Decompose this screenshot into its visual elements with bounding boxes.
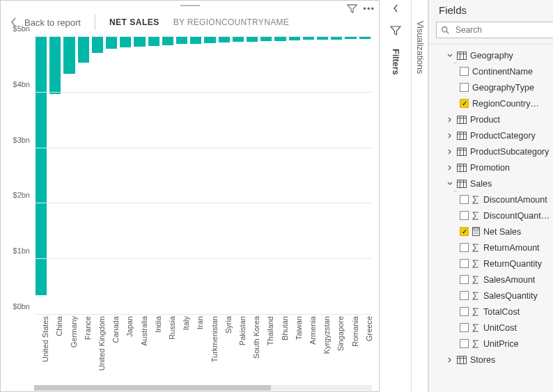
bar[interactable] [148, 37, 159, 46]
table-label: Sales [470, 179, 492, 189]
bar[interactable] [233, 37, 244, 42]
field-label: SalesAmount [483, 275, 535, 285]
table-row[interactable]: ProductSubcategory [433, 143, 553, 159]
table-row[interactable]: Product [433, 111, 553, 127]
field-label: UnitPrice [483, 339, 519, 349]
bar[interactable] [106, 37, 117, 49]
field-row[interactable]: ✓RegionCountry… [433, 95, 553, 111]
field-row[interactable]: ReturnAmount [433, 240, 553, 256]
gridline [34, 92, 372, 93]
field-checkbox[interactable]: ✓ [460, 99, 469, 108]
x-tick-label: Germany [70, 316, 78, 347]
field-row[interactable]: SalesAmount [433, 272, 553, 288]
filters-pane-collapsed[interactable]: Filters [380, 0, 412, 392]
field-row[interactable]: SalesQuantity [433, 288, 553, 304]
chevron-right-icon[interactable] [446, 165, 453, 171]
bar[interactable] [78, 37, 89, 63]
chevron-right-icon[interactable] [446, 133, 453, 139]
gridline [34, 36, 372, 37]
field-checkbox[interactable] [460, 67, 469, 76]
visualizations-pane-collapsed[interactable]: Visualizations [412, 0, 428, 392]
bar[interactable] [36, 37, 47, 295]
table-row[interactable]: ProductCategory [433, 127, 553, 143]
field-checkbox[interactable] [460, 307, 469, 316]
bar[interactable] [345, 37, 356, 39]
bar[interactable] [134, 37, 145, 47]
chevron-right-icon[interactable] [446, 117, 453, 123]
search-input[interactable] [454, 24, 553, 36]
bar[interactable] [92, 37, 103, 53]
field-checkbox[interactable] [460, 339, 469, 348]
field-row[interactable]: ContinentName [433, 63, 553, 79]
chevron-down-icon[interactable] [446, 181, 453, 187]
bar-container [34, 37, 372, 315]
field-checkbox[interactable]: ✓ [460, 227, 469, 236]
bar[interactable] [274, 37, 286, 41]
table-row[interactable]: Sales [433, 175, 553, 191]
bar[interactable] [162, 37, 173, 45]
bar[interactable] [204, 37, 215, 43]
visual-drag-handle[interactable]: ••• [1, 1, 379, 10]
bar[interactable] [120, 37, 131, 47]
x-tick-label: Taiwan [295, 316, 303, 340]
chevron-down-icon[interactable] [446, 53, 453, 58]
table-row[interactable]: Promotion [433, 159, 553, 175]
field-row[interactable]: ReturnQuantity [433, 256, 553, 272]
svg-point-29 [476, 231, 476, 232]
horizontal-scrollbar[interactable] [34, 385, 372, 391]
bar[interactable] [289, 37, 300, 40]
more-icon[interactable]: ••• [363, 3, 375, 14]
bar[interactable] [190, 37, 201, 44]
bar-slot [289, 37, 300, 315]
field-row[interactable]: GeographyType [433, 79, 553, 95]
field-row[interactable]: UnitPrice [433, 336, 553, 352]
search-box[interactable] [436, 22, 553, 38]
field-row[interactable]: TotalCost [433, 304, 553, 320]
x-tick-label: India [154, 316, 162, 333]
filter-icon[interactable] [347, 3, 357, 14]
bar[interactable] [63, 37, 75, 74]
field-checkbox[interactable] [460, 243, 469, 252]
bar[interactable] [247, 37, 258, 42]
sigma-icon [472, 260, 480, 268]
bar[interactable] [49, 37, 61, 94]
bar[interactable] [303, 37, 314, 40]
bar[interactable] [359, 37, 371, 39]
chevron-right-icon[interactable] [446, 149, 453, 155]
field-label: ReturnAmount [483, 243, 540, 253]
field-checkbox[interactable] [460, 291, 469, 300]
table-icon [457, 180, 467, 188]
svg-rect-18 [458, 164, 467, 171]
field-row[interactable]: UnitCost [433, 320, 553, 336]
field-row[interactable]: DiscountAmount [433, 191, 553, 207]
svg-rect-2 [458, 52, 467, 59]
y-tick-label: $3bn [13, 136, 30, 144]
bar[interactable] [176, 37, 187, 44]
field-checkbox[interactable] [460, 275, 469, 284]
fields-title: Fields [439, 4, 467, 16]
divider [95, 15, 95, 30]
field-checkbox[interactable] [460, 211, 469, 220]
chevron-right-icon[interactable] [446, 357, 453, 363]
field-row[interactable]: ✓Net Sales [433, 224, 553, 240]
bar-slot [219, 37, 230, 315]
bar[interactable] [317, 37, 328, 40]
chart-area: $0bn$1bn$2bn$3bn$4bn$5bn United StatesCh… [1, 37, 379, 391]
selection-badge-icon [453, 191, 458, 192]
bar[interactable] [219, 37, 230, 42]
bar[interactable] [260, 37, 272, 41]
table-row[interactable]: Stores [433, 352, 553, 368]
field-row[interactable]: DiscountQuant… [433, 207, 553, 224]
field-label: DiscountAmount [483, 195, 547, 205]
bar[interactable] [331, 37, 342, 40]
field-checkbox[interactable] [460, 195, 469, 204]
field-checkbox[interactable] [460, 83, 469, 92]
fields-header: Fields [429, 0, 553, 19]
svg-rect-27 [474, 228, 478, 230]
field-label: GeographyType [472, 83, 534, 93]
field-checkbox[interactable] [460, 323, 469, 332]
field-checkbox[interactable] [460, 259, 469, 268]
scrollbar-thumb[interactable] [34, 385, 271, 391]
chevron-left-icon[interactable] [392, 4, 399, 13]
table-row[interactable]: Geography [433, 47, 553, 63]
